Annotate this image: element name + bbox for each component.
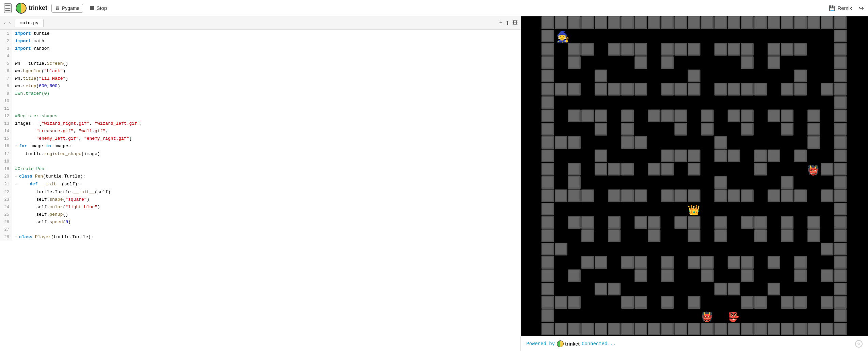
nav-arrow-left[interactable]: ‹	[3, 19, 7, 26]
svg-rect-427	[635, 297, 646, 307]
svg-rect-221	[715, 150, 726, 161]
svg-text:👹: 👹	[701, 311, 713, 323]
svg-rect-105	[835, 70, 845, 81]
svg-rect-107	[542, 83, 552, 94]
code-token: )	[63, 68, 65, 74]
monitor-icon: 🖥	[55, 5, 60, 11]
svg-rect-429	[662, 297, 672, 307]
code-token: self.	[15, 219, 49, 225]
svg-rect-381	[768, 257, 779, 267]
svg-rect-207	[808, 137, 819, 148]
code-token: "treasure.gif"	[36, 128, 73, 134]
trinket-footer-logo: trinket	[557, 340, 580, 347]
code-token: ,	[74, 128, 79, 134]
code-token: .	[44, 61, 47, 66]
svg-rect-443	[835, 297, 845, 307]
svg-rect-289	[742, 190, 752, 201]
pygame-button[interactable]: 🖥 Pygame	[51, 4, 83, 13]
stop-button[interactable]: Stop	[87, 4, 110, 12]
svg-rect-213	[595, 150, 606, 161]
svg-rect-413	[728, 284, 739, 294]
code-token: )	[97, 204, 100, 210]
svg-rect-463	[635, 323, 646, 334]
svg-rect-195	[542, 137, 552, 148]
code-editor[interactable]: 1import turtle2import math3import random…	[0, 30, 520, 351]
tab-main-py[interactable]: main.py	[15, 19, 44, 27]
code-token: ()	[63, 212, 68, 217]
line-content	[12, 158, 520, 165]
svg-rect-77	[782, 44, 792, 54]
add-file-button[interactable]: +	[499, 20, 502, 26]
code-token: (turtle.Turtle):	[43, 174, 85, 179]
image-button[interactable]: 🖼	[512, 20, 518, 26]
svg-rect-375	[702, 257, 712, 267]
logout-button[interactable]: ↪	[859, 4, 864, 12]
table-row: 23 self.shape("square")	[0, 196, 520, 203]
svg-rect-439	[795, 297, 805, 307]
line-number: 24	[0, 203, 12, 211]
code-token: image	[27, 143, 46, 149]
line-content: "enemy_left.gif", "enemy_right.gif"]​	[12, 135, 520, 142]
line-number: 13	[0, 120, 12, 127]
svg-rect-13	[622, 17, 632, 28]
hamburger-menu-button[interactable]: ☰	[4, 3, 12, 13]
svg-rect-327	[782, 217, 792, 227]
table-row: 2import math	[0, 37, 520, 45]
svg-rect-91	[742, 57, 752, 67]
svg-rect-379	[742, 257, 752, 267]
svg-rect-391	[635, 270, 646, 281]
svg-rect-47	[542, 30, 552, 41]
code-token: (image)	[81, 151, 100, 156]
collapse-triangle-icon[interactable]: ▾	[15, 234, 19, 241]
code-token: __init__	[74, 189, 95, 195]
svg-rect-483	[768, 323, 779, 334]
code-token: import	[15, 31, 31, 36]
svg-rect-295	[795, 190, 805, 201]
svg-rect-145	[835, 97, 845, 107]
code-token: )	[87, 197, 90, 202]
upload-file-button[interactable]: ⬆	[505, 20, 510, 26]
svg-rect-33	[755, 17, 766, 28]
svg-rect-235	[569, 164, 579, 174]
editor-tabs: ‹ › main.py + ⬆ 🖼	[0, 16, 520, 30]
code-token: )	[68, 219, 71, 225]
code-token: self.	[15, 204, 49, 210]
logout-icon: ↪	[859, 5, 864, 12]
svg-rect-209	[835, 137, 845, 148]
svg-rect-217	[675, 150, 686, 161]
svg-rect-291	[768, 190, 779, 201]
svg-rect-253	[835, 164, 845, 174]
code-token	[15, 136, 36, 141]
svg-rect-85	[569, 57, 579, 67]
svg-rect-363	[582, 257, 593, 267]
collapse-triangle-icon[interactable]: ▾	[15, 173, 19, 181]
svg-rect-69	[715, 44, 726, 54]
line-number: 14	[0, 127, 12, 135]
svg-rect-491	[821, 323, 832, 334]
remix-button[interactable]: 💾 Remix	[826, 4, 855, 13]
powered-by-area: Powered by trinket Connected...	[526, 340, 616, 347]
svg-rect-93	[768, 57, 779, 67]
svg-rect-423	[569, 297, 579, 307]
collapse-triangle-icon[interactable]: ▾	[15, 181, 19, 188]
cancel-button[interactable]: ⊘	[855, 340, 863, 348]
svg-rect-271	[582, 190, 593, 201]
svg-rect-225	[755, 150, 766, 161]
svg-rect-191	[808, 124, 819, 134]
nav-arrow-right[interactable]: ›	[8, 19, 12, 26]
line-content: self.color("light blue")	[12, 203, 520, 211]
collapse-triangle-icon[interactable]: ▾	[15, 143, 19, 150]
svg-rect-131	[742, 83, 752, 94]
line-number: 12	[0, 112, 12, 120]
svg-rect-409	[609, 284, 619, 294]
output-footer: Powered by trinket Connected... ⊘	[521, 336, 868, 351]
svg-rect-369	[635, 257, 646, 267]
svg-rect-407	[595, 284, 606, 294]
code-token: import	[15, 46, 31, 51]
svg-rect-315	[648, 217, 659, 227]
svg-rect-231	[835, 150, 845, 161]
svg-rect-181	[622, 124, 632, 134]
svg-rect-117	[622, 83, 632, 94]
svg-rect-479	[742, 323, 752, 334]
line-number: 19	[0, 165, 12, 173]
